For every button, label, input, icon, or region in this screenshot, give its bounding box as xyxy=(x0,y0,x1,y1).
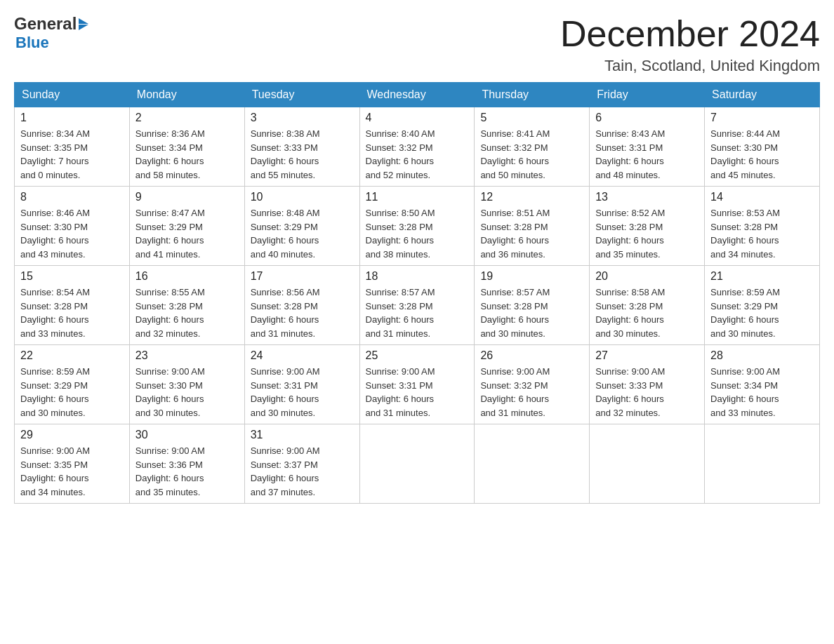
calendar-cell: 29 Sunrise: 9:00 AMSunset: 3:35 PMDaylig… xyxy=(15,424,130,504)
day-info: Sunrise: 8:48 AMSunset: 3:29 PMDaylight:… xyxy=(251,208,320,260)
day-number: 14 xyxy=(710,191,814,203)
calendar-cell xyxy=(705,424,820,504)
day-info: Sunrise: 9:00 AMSunset: 3:31 PMDaylight:… xyxy=(251,366,320,418)
week-row-3: 15 Sunrise: 8:54 AMSunset: 3:28 PMDaylig… xyxy=(15,266,820,345)
day-number: 4 xyxy=(366,112,469,124)
day-number: 22 xyxy=(20,349,124,362)
calendar-cell: 16 Sunrise: 8:55 AMSunset: 3:28 PMDaylig… xyxy=(129,266,244,345)
day-info: Sunrise: 8:51 AMSunset: 3:28 PMDaylight:… xyxy=(480,208,550,260)
calendar-cell: 31 Sunrise: 9:00 AMSunset: 3:37 PMDaylig… xyxy=(244,424,359,504)
day-info: Sunrise: 8:56 AMSunset: 3:28 PMDaylight:… xyxy=(251,287,320,339)
calendar-cell: 12 Sunrise: 8:51 AMSunset: 3:28 PMDaylig… xyxy=(475,187,590,266)
day-info: Sunrise: 9:00 AMSunset: 3:37 PMDaylight:… xyxy=(251,445,320,497)
location-subtitle: Tain, Scotland, United Kingdom xyxy=(560,57,820,75)
day-number: 10 xyxy=(251,191,354,203)
calendar-cell: 10 Sunrise: 8:48 AMSunset: 3:29 PMDaylig… xyxy=(244,187,359,266)
calendar-cell: 4 Sunrise: 8:40 AMSunset: 3:32 PMDayligh… xyxy=(359,107,475,187)
day-number: 7 xyxy=(710,112,814,124)
weekday-header-wednesday: Wednesday xyxy=(359,83,475,107)
calendar-cell: 22 Sunrise: 8:59 AMSunset: 3:29 PMDaylig… xyxy=(15,345,130,424)
calendar-cell xyxy=(475,424,590,504)
calendar-cell: 19 Sunrise: 8:57 AMSunset: 3:28 PMDaylig… xyxy=(475,266,590,345)
calendar-cell: 6 Sunrise: 8:43 AMSunset: 3:31 PMDayligh… xyxy=(590,107,705,187)
week-row-4: 22 Sunrise: 8:59 AMSunset: 3:29 PMDaylig… xyxy=(15,345,820,424)
day-number: 17 xyxy=(251,270,354,283)
calendar-cell: 30 Sunrise: 9:00 AMSunset: 3:36 PMDaylig… xyxy=(129,424,244,504)
day-info: Sunrise: 8:46 AMSunset: 3:30 PMDaylight:… xyxy=(20,208,90,260)
calendar-cell: 28 Sunrise: 9:00 AMSunset: 3:34 PMDaylig… xyxy=(705,345,820,424)
calendar-table: SundayMondayTuesdayWednesdayThursdayFrid… xyxy=(14,82,820,504)
calendar-cell: 18 Sunrise: 8:57 AMSunset: 3:28 PMDaylig… xyxy=(359,266,475,345)
weekday-header-friday: Friday xyxy=(590,83,705,107)
day-info: Sunrise: 8:53 AMSunset: 3:28 PMDaylight:… xyxy=(710,208,780,260)
day-info: Sunrise: 8:38 AMSunset: 3:33 PMDaylight:… xyxy=(251,128,320,180)
day-number: 28 xyxy=(710,349,814,362)
day-number: 25 xyxy=(366,349,469,362)
calendar-cell: 13 Sunrise: 8:52 AMSunset: 3:28 PMDaylig… xyxy=(590,187,705,266)
weekday-header-sunday: Sunday xyxy=(15,83,130,107)
day-number: 23 xyxy=(135,349,239,362)
calendar-cell: 27 Sunrise: 9:00 AMSunset: 3:33 PMDaylig… xyxy=(590,345,705,424)
day-number: 29 xyxy=(20,429,124,441)
day-info: Sunrise: 8:34 AMSunset: 3:35 PMDaylight:… xyxy=(20,128,90,180)
day-info: Sunrise: 8:41 AMSunset: 3:32 PMDaylight:… xyxy=(480,128,550,180)
calendar-cell: 2 Sunrise: 8:36 AMSunset: 3:34 PMDayligh… xyxy=(129,107,244,187)
day-info: Sunrise: 9:00 AMSunset: 3:34 PMDaylight:… xyxy=(710,366,780,418)
day-number: 30 xyxy=(135,429,239,441)
day-info: Sunrise: 8:40 AMSunset: 3:32 PMDaylight:… xyxy=(366,128,435,180)
calendar-cell: 17 Sunrise: 8:56 AMSunset: 3:28 PMDaylig… xyxy=(244,266,359,345)
day-number: 27 xyxy=(595,349,699,362)
calendar-cell xyxy=(590,424,705,504)
day-number: 9 xyxy=(135,191,239,203)
day-number: 8 xyxy=(20,191,124,203)
day-info: Sunrise: 9:00 AMSunset: 3:31 PMDaylight:… xyxy=(366,366,435,418)
calendar-cell: 11 Sunrise: 8:50 AMSunset: 3:28 PMDaylig… xyxy=(359,187,475,266)
calendar-cell: 9 Sunrise: 8:47 AMSunset: 3:29 PMDayligh… xyxy=(129,187,244,266)
weekday-header-saturday: Saturday xyxy=(705,83,820,107)
week-row-5: 29 Sunrise: 9:00 AMSunset: 3:35 PMDaylig… xyxy=(15,424,820,504)
weekday-header-monday: Monday xyxy=(129,83,244,107)
day-info: Sunrise: 8:57 AMSunset: 3:28 PMDaylight:… xyxy=(480,287,550,339)
calendar-cell: 5 Sunrise: 8:41 AMSunset: 3:32 PMDayligh… xyxy=(475,107,590,187)
calendar-cell: 26 Sunrise: 9:00 AMSunset: 3:32 PMDaylig… xyxy=(475,345,590,424)
calendar-cell: 1 Sunrise: 8:34 AMSunset: 3:35 PMDayligh… xyxy=(15,107,130,187)
day-number: 19 xyxy=(480,270,583,283)
day-info: Sunrise: 9:00 AMSunset: 3:32 PMDaylight:… xyxy=(480,366,550,418)
calendar-cell: 25 Sunrise: 9:00 AMSunset: 3:31 PMDaylig… xyxy=(359,345,475,424)
day-info: Sunrise: 8:55 AMSunset: 3:28 PMDaylight:… xyxy=(135,287,205,339)
day-info: Sunrise: 9:00 AMSunset: 3:36 PMDaylight:… xyxy=(135,445,205,497)
day-info: Sunrise: 8:50 AMSunset: 3:28 PMDaylight:… xyxy=(366,208,435,260)
calendar-cell xyxy=(359,424,475,504)
day-number: 18 xyxy=(366,270,469,283)
calendar-cell: 23 Sunrise: 9:00 AMSunset: 3:30 PMDaylig… xyxy=(129,345,244,424)
day-info: Sunrise: 9:00 AMSunset: 3:30 PMDaylight:… xyxy=(135,366,205,418)
day-number: 31 xyxy=(251,429,354,441)
day-number: 3 xyxy=(251,112,354,124)
day-info: Sunrise: 8:44 AMSunset: 3:30 PMDaylight:… xyxy=(710,128,780,180)
day-info: Sunrise: 8:52 AMSunset: 3:28 PMDaylight:… xyxy=(595,208,665,260)
day-number: 11 xyxy=(366,191,469,203)
day-number: 5 xyxy=(480,112,583,124)
calendar-cell: 20 Sunrise: 8:58 AMSunset: 3:28 PMDaylig… xyxy=(590,266,705,345)
calendar-cell: 15 Sunrise: 8:54 AMSunset: 3:28 PMDaylig… xyxy=(15,266,130,345)
calendar-cell: 3 Sunrise: 8:38 AMSunset: 3:33 PMDayligh… xyxy=(244,107,359,187)
day-info: Sunrise: 8:59 AMSunset: 3:29 PMDaylight:… xyxy=(20,366,90,418)
weekday-header-thursday: Thursday xyxy=(475,83,590,107)
day-number: 26 xyxy=(480,349,583,362)
week-row-1: 1 Sunrise: 8:34 AMSunset: 3:35 PMDayligh… xyxy=(15,107,820,187)
day-info: Sunrise: 8:54 AMSunset: 3:28 PMDaylight:… xyxy=(20,287,90,339)
day-number: 16 xyxy=(135,270,239,283)
day-info: Sunrise: 9:00 AMSunset: 3:33 PMDaylight:… xyxy=(595,366,665,418)
calendar-cell: 14 Sunrise: 8:53 AMSunset: 3:28 PMDaylig… xyxy=(705,187,820,266)
day-info: Sunrise: 8:59 AMSunset: 3:29 PMDaylight:… xyxy=(710,287,780,339)
page-header: General Blue December 2024 Tain, Scotlan… xyxy=(14,14,820,75)
day-info: Sunrise: 8:36 AMSunset: 3:34 PMDaylight:… xyxy=(135,128,205,180)
weekday-header-row: SundayMondayTuesdayWednesdayThursdayFrid… xyxy=(15,83,820,107)
day-number: 12 xyxy=(480,191,583,203)
calendar-cell: 24 Sunrise: 9:00 AMSunset: 3:31 PMDaylig… xyxy=(244,345,359,424)
day-number: 13 xyxy=(595,191,699,203)
day-info: Sunrise: 8:58 AMSunset: 3:28 PMDaylight:… xyxy=(595,287,665,339)
day-number: 21 xyxy=(710,270,814,283)
day-number: 15 xyxy=(20,270,124,283)
calendar-cell: 8 Sunrise: 8:46 AMSunset: 3:30 PMDayligh… xyxy=(15,187,130,266)
